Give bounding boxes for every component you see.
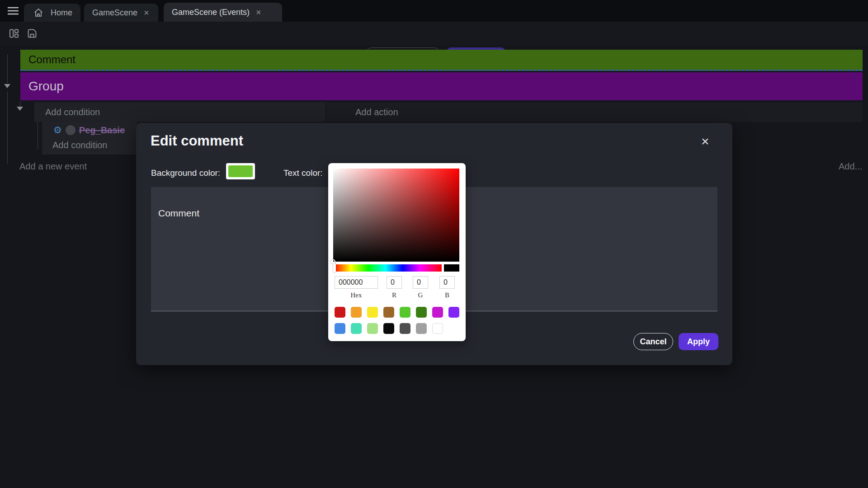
color-swatch[interactable] (383, 307, 394, 318)
color-swatch[interactable] (383, 323, 394, 334)
comment-text: Comment (158, 208, 199, 218)
add-condition-label: Add condition (45, 107, 100, 117)
comment-event-bar[interactable]: Comment (20, 50, 863, 71)
toolbar: Preview ▼ Publish (0, 22, 868, 45)
tree-guide-line (7, 91, 8, 164)
hue-slider[interactable] (334, 264, 442, 272)
tab-label: GameScene (Events) (172, 8, 250, 17)
add-more-button[interactable]: Add... (839, 161, 862, 172)
background-color-value (228, 165, 253, 177)
color-swatch[interactable] (335, 307, 345, 318)
tab-gamescene-events[interactable]: GameScene (Events) × (164, 3, 282, 22)
tree-guide-line (20, 101, 20, 107)
blue-input[interactable] (439, 276, 455, 289)
red-input[interactable] (387, 276, 402, 289)
save-icon[interactable] (25, 27, 39, 40)
comment-event-text: Comment (28, 53, 75, 66)
color-swatch[interactable] (351, 323, 362, 334)
hex-input-label: Hex (335, 291, 378, 299)
blue-input-label: B (439, 291, 455, 299)
color-swatch[interactable] (416, 307, 427, 318)
color-swatch[interactable] (400, 307, 410, 318)
red-input-label: R (387, 291, 402, 299)
background-color-swatch[interactable] (226, 163, 255, 179)
color-swatch[interactable] (432, 307, 443, 318)
swatch-row-1 (335, 307, 459, 318)
hex-input[interactable] (335, 276, 378, 289)
close-icon[interactable]: × (699, 133, 711, 150)
current-color-preview (444, 264, 459, 272)
object-thumbnail-circle (66, 125, 75, 135)
add-condition-cell[interactable]: Add condition (34, 102, 326, 122)
app-window: Home GameScene × GameScene (Events) × Pr… (0, 0, 868, 488)
home-icon (32, 6, 45, 19)
color-swatch[interactable] (351, 307, 362, 318)
color-swatch[interactable] (448, 307, 459, 318)
color-swatch[interactable] (367, 307, 378, 318)
group-event-text: Group (28, 79, 64, 94)
swatch-row-2 (335, 323, 443, 334)
color-swatch[interactable] (416, 323, 427, 334)
background-color-label: Background color: (151, 168, 220, 178)
gear-icon: ⚙ (53, 125, 62, 136)
add-new-event-button[interactable]: Add a new event (19, 161, 87, 172)
color-swatch[interactable] (335, 323, 345, 334)
add-action-label: Add action (355, 107, 398, 117)
tab-label: Home (51, 8, 72, 18)
add-condition-label[interactable]: Add condition (52, 140, 107, 150)
tab-gamescene[interactable]: GameScene × (84, 4, 158, 22)
color-swatch[interactable] (400, 323, 410, 334)
hamburger-menu-button[interactable] (7, 6, 19, 18)
apply-button[interactable]: Apply (679, 333, 718, 350)
tab-bar: Home GameScene × GameScene (Events) × (0, 0, 868, 22)
collapse-arrow-icon[interactable] (17, 107, 23, 111)
tree-guide-line (38, 118, 38, 149)
text-color-label: Text color: (283, 168, 323, 178)
saturation-gradient[interactable] (333, 169, 459, 262)
color-swatch[interactable] (367, 323, 378, 334)
close-icon[interactable]: × (143, 8, 150, 17)
tab-home[interactable]: Home (24, 4, 80, 22)
green-input[interactable] (413, 276, 428, 289)
add-action-cell[interactable]: Add action (326, 102, 863, 122)
dialog-title: Edit comment (151, 133, 243, 149)
group-event-bar[interactable]: Group (20, 72, 863, 100)
tab-label: GameScene (92, 8, 137, 18)
cancel-button[interactable]: Cancel (633, 333, 673, 350)
hue-slider-thumb[interactable] (333, 263, 336, 272)
tree-guide-line (7, 54, 8, 83)
sub-event-row[interactable]: ⚙ Peg_Basic Add condition (42, 122, 137, 155)
toggle-panels-button[interactable] (7, 27, 21, 40)
color-picker-popup: Hex R G B (328, 163, 466, 341)
close-icon[interactable]: × (255, 8, 262, 17)
color-swatch[interactable] (432, 323, 443, 334)
green-input-label: G (413, 291, 428, 299)
object-event-label: Peg_Basic (79, 125, 125, 136)
collapse-arrow-icon[interactable] (4, 84, 10, 88)
